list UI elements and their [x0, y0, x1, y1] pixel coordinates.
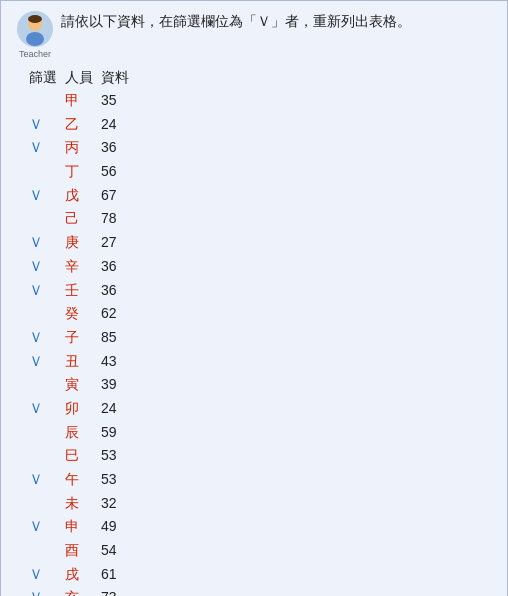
table-row: 未32: [25, 492, 491, 516]
table-row: Ｖ辛36: [25, 255, 491, 279]
table-row: 己78: [25, 207, 491, 231]
cell-data: 24: [101, 398, 151, 420]
cell-person: 乙: [65, 114, 101, 136]
cell-person: 癸: [65, 303, 101, 325]
avatar-container: Teacher: [17, 11, 53, 59]
cell-person: 巳: [65, 445, 101, 467]
cell-data: 78: [101, 208, 151, 230]
cell-data: 35: [101, 90, 151, 112]
instruction-text: 請依以下資料，在篩選欄位為「Ｖ」者，重新列出表格。: [61, 11, 491, 33]
table-row: Ｖ亥73: [25, 586, 491, 596]
cell-person: 己: [65, 208, 101, 230]
table-row: Ｖ戌61: [25, 563, 491, 587]
cell-filter: Ｖ: [29, 256, 65, 278]
table-row: Ｖ子85: [25, 326, 491, 350]
cell-data: 53: [101, 469, 151, 491]
cell-data: 85: [101, 327, 151, 349]
cell-person: 辛: [65, 256, 101, 278]
table-row: Ｖ午53: [25, 468, 491, 492]
cell-filter: Ｖ: [29, 351, 65, 373]
cell-filter: Ｖ: [29, 516, 65, 538]
cell-data: 43: [101, 351, 151, 373]
cell-person: 丁: [65, 161, 101, 183]
cell-person: 申: [65, 516, 101, 538]
cell-person: 未: [65, 493, 101, 515]
cell-data: 24: [101, 114, 151, 136]
cell-person: 子: [65, 327, 101, 349]
table-row: 巳53: [25, 444, 491, 468]
cell-person: 壬: [65, 280, 101, 302]
cell-data: 53: [101, 445, 151, 467]
col-header-data: 資料: [101, 69, 151, 87]
cell-filter: Ｖ: [29, 327, 65, 349]
col-header-person: 人員: [65, 69, 101, 87]
svg-point-3: [28, 15, 42, 23]
table-row: 酉54: [25, 539, 491, 563]
cell-data: 73: [101, 587, 151, 596]
cell-data: 62: [101, 303, 151, 325]
cell-person: 庚: [65, 232, 101, 254]
table-row: Ｖ乙24: [25, 113, 491, 137]
table-row: 寅39: [25, 373, 491, 397]
cell-person: 戌: [65, 564, 101, 586]
column-headers: 篩選 人員 資料: [25, 69, 491, 87]
cell-person: 午: [65, 469, 101, 491]
svg-point-2: [26, 32, 44, 46]
cell-person: 甲: [65, 90, 101, 112]
main-container: Teacher 請依以下資料，在篩選欄位為「Ｖ」者，重新列出表格。 篩選 人員 …: [0, 0, 508, 596]
cell-data: 36: [101, 256, 151, 278]
cell-data: 36: [101, 137, 151, 159]
cell-filter: Ｖ: [29, 469, 65, 491]
cell-data: 59: [101, 422, 151, 444]
cell-data: 49: [101, 516, 151, 538]
table-row: Ｖ庚27: [25, 231, 491, 255]
table-row: 癸62: [25, 302, 491, 326]
cell-filter: Ｖ: [29, 280, 65, 302]
table-row: 甲35: [25, 89, 491, 113]
cell-data: 56: [101, 161, 151, 183]
table-row: 辰59: [25, 421, 491, 445]
cell-data: 27: [101, 232, 151, 254]
cell-filter: Ｖ: [29, 232, 65, 254]
cell-person: 戊: [65, 185, 101, 207]
cell-filter: Ｖ: [29, 564, 65, 586]
cell-data: 61: [101, 564, 151, 586]
table-area: 篩選 人員 資料 甲35Ｖ乙24Ｖ丙36丁56Ｖ戊67己78Ｖ庚27Ｖ辛36Ｖ壬…: [17, 69, 491, 596]
avatar-label: Teacher: [19, 49, 51, 59]
instruction-line1: 請依以下資料，在篩選欄位為「Ｖ」者，重新列出表格。: [61, 14, 411, 29]
cell-person: 酉: [65, 540, 101, 562]
cell-data: 39: [101, 374, 151, 396]
table-row: Ｖ戊67: [25, 184, 491, 208]
header-row: Teacher 請依以下資料，在篩選欄位為「Ｖ」者，重新列出表格。: [17, 11, 491, 59]
cell-filter: Ｖ: [29, 587, 65, 596]
cell-data: 32: [101, 493, 151, 515]
cell-person: 辰: [65, 422, 101, 444]
avatar-icon: [17, 11, 53, 47]
cell-filter: Ｖ: [29, 114, 65, 136]
table-row: Ｖ壬36: [25, 279, 491, 303]
table-row: Ｖ丙36: [25, 136, 491, 160]
cell-data: 36: [101, 280, 151, 302]
rows-container: 甲35Ｖ乙24Ｖ丙36丁56Ｖ戊67己78Ｖ庚27Ｖ辛36Ｖ壬36癸62Ｖ子85…: [25, 89, 491, 596]
table-row: Ｖ申49: [25, 515, 491, 539]
cell-data: 67: [101, 185, 151, 207]
table-row: Ｖ丑43: [25, 350, 491, 374]
col-header-filter: 篩選: [29, 69, 65, 87]
cell-person: 寅: [65, 374, 101, 396]
table-row: Ｖ卯24: [25, 397, 491, 421]
cell-person: 丙: [65, 137, 101, 159]
cell-person: 亥: [65, 587, 101, 596]
table-row: 丁56: [25, 160, 491, 184]
cell-filter: Ｖ: [29, 137, 65, 159]
cell-data: 54: [101, 540, 151, 562]
cell-filter: Ｖ: [29, 398, 65, 420]
cell-filter: Ｖ: [29, 185, 65, 207]
cell-person: 丑: [65, 351, 101, 373]
cell-person: 卯: [65, 398, 101, 420]
